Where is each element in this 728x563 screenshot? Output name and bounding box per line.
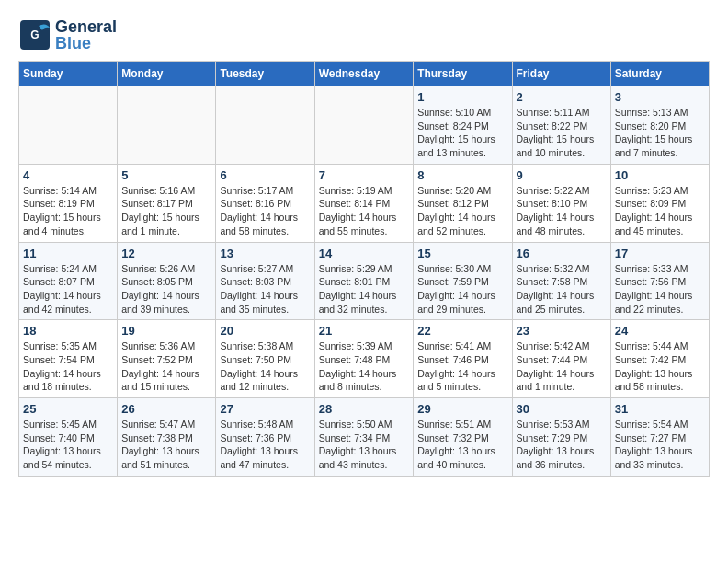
logo: G General Blue bbox=[18, 18, 117, 52]
day-info: Sunrise: 5:51 AM Sunset: 7:32 PM Dayligh… bbox=[417, 418, 507, 472]
calendar-week-2: 4Sunrise: 5:14 AM Sunset: 8:19 PM Daylig… bbox=[19, 164, 710, 242]
day-number: 8 bbox=[417, 168, 507, 182]
calendar-cell: 14Sunrise: 5:29 AM Sunset: 8:01 PM Dayli… bbox=[314, 242, 414, 320]
day-number: 1 bbox=[417, 90, 507, 104]
day-number: 19 bbox=[121, 324, 211, 338]
day-number: 10 bbox=[615, 168, 705, 182]
day-number: 18 bbox=[23, 324, 113, 338]
calendar-cell: 8Sunrise: 5:20 AM Sunset: 8:12 PM Daylig… bbox=[414, 164, 512, 242]
day-number: 4 bbox=[23, 168, 113, 182]
calendar-cell: 7Sunrise: 5:19 AM Sunset: 8:14 PM Daylig… bbox=[314, 164, 414, 242]
day-number: 14 bbox=[319, 247, 410, 260]
calendar-cell: 29Sunrise: 5:51 AM Sunset: 7:32 PM Dayli… bbox=[414, 398, 512, 477]
day-number: 2 bbox=[517, 90, 607, 104]
day-info: Sunrise: 5:24 AM Sunset: 8:07 PM Dayligh… bbox=[23, 262, 113, 316]
day-number: 9 bbox=[517, 168, 607, 182]
day-info: Sunrise: 5:39 AM Sunset: 7:48 PM Dayligh… bbox=[319, 339, 410, 394]
day-info: Sunrise: 5:23 AM Sunset: 8:09 PM Dayligh… bbox=[615, 184, 705, 238]
calendar-cell: 21Sunrise: 5:39 AM Sunset: 7:48 PM Dayli… bbox=[314, 320, 414, 398]
day-info: Sunrise: 5:38 AM Sunset: 7:50 PM Dayligh… bbox=[220, 339, 310, 394]
day-info: Sunrise: 5:36 AM Sunset: 7:52 PM Dayligh… bbox=[121, 339, 211, 394]
calendar-cell: 30Sunrise: 5:53 AM Sunset: 7:29 PM Dayli… bbox=[512, 398, 610, 477]
calendar-header-friday: Friday bbox=[512, 62, 610, 86]
day-number: 12 bbox=[121, 247, 211, 260]
calendar-cell bbox=[19, 86, 118, 165]
day-info: Sunrise: 5:10 AM Sunset: 8:24 PM Dayligh… bbox=[417, 106, 507, 160]
calendar-cell: 11Sunrise: 5:24 AM Sunset: 8:07 PM Dayli… bbox=[19, 242, 118, 320]
day-number: 29 bbox=[417, 402, 507, 416]
day-number: 13 bbox=[220, 247, 310, 260]
day-number: 26 bbox=[121, 402, 211, 416]
day-info: Sunrise: 5:17 AM Sunset: 8:16 PM Dayligh… bbox=[220, 184, 310, 238]
day-info: Sunrise: 5:48 AM Sunset: 7:36 PM Dayligh… bbox=[220, 418, 310, 472]
day-number: 17 bbox=[615, 247, 705, 260]
page-header: G General Blue bbox=[18, 18, 710, 52]
day-number: 27 bbox=[220, 402, 310, 416]
day-number: 5 bbox=[121, 168, 211, 182]
day-info: Sunrise: 5:33 AM Sunset: 7:56 PM Dayligh… bbox=[615, 262, 705, 316]
day-number: 31 bbox=[615, 402, 705, 416]
calendar-cell: 18Sunrise: 5:35 AM Sunset: 7:54 PM Dayli… bbox=[19, 320, 118, 398]
day-info: Sunrise: 5:27 AM Sunset: 8:03 PM Dayligh… bbox=[220, 262, 310, 316]
calendar-cell: 12Sunrise: 5:26 AM Sunset: 8:05 PM Dayli… bbox=[118, 242, 216, 320]
calendar-cell: 1Sunrise: 5:10 AM Sunset: 8:24 PM Daylig… bbox=[414, 86, 512, 165]
calendar-cell: 19Sunrise: 5:36 AM Sunset: 7:52 PM Dayli… bbox=[118, 320, 216, 398]
calendar-week-5: 25Sunrise: 5:45 AM Sunset: 7:40 PM Dayli… bbox=[19, 398, 710, 477]
calendar-cell: 16Sunrise: 5:32 AM Sunset: 7:58 PM Dayli… bbox=[512, 242, 610, 320]
day-info: Sunrise: 5:16 AM Sunset: 8:17 PM Dayligh… bbox=[121, 184, 211, 238]
day-number: 22 bbox=[417, 324, 507, 338]
calendar-table: SundayMondayTuesdayWednesdayThursdayFrid… bbox=[18, 61, 710, 477]
calendar-week-3: 11Sunrise: 5:24 AM Sunset: 8:07 PM Dayli… bbox=[19, 242, 710, 320]
day-info: Sunrise: 5:26 AM Sunset: 8:05 PM Dayligh… bbox=[121, 262, 211, 316]
calendar-week-4: 18Sunrise: 5:35 AM Sunset: 7:54 PM Dayli… bbox=[19, 320, 710, 398]
day-info: Sunrise: 5:35 AM Sunset: 7:54 PM Dayligh… bbox=[23, 339, 113, 394]
calendar-header-wednesday: Wednesday bbox=[314, 62, 414, 86]
day-info: Sunrise: 5:22 AM Sunset: 8:10 PM Dayligh… bbox=[517, 184, 607, 238]
day-number: 7 bbox=[319, 168, 410, 182]
calendar-cell bbox=[314, 86, 414, 165]
calendar-cell: 26Sunrise: 5:47 AM Sunset: 7:38 PM Dayli… bbox=[118, 398, 216, 477]
calendar-header-row: SundayMondayTuesdayWednesdayThursdayFrid… bbox=[19, 62, 710, 86]
calendar-cell: 5Sunrise: 5:16 AM Sunset: 8:17 PM Daylig… bbox=[118, 164, 216, 242]
calendar-header-thursday: Thursday bbox=[414, 62, 512, 86]
calendar-header-tuesday: Tuesday bbox=[216, 62, 314, 86]
calendar-cell: 31Sunrise: 5:54 AM Sunset: 7:27 PM Dayli… bbox=[610, 398, 709, 477]
calendar-cell: 24Sunrise: 5:44 AM Sunset: 7:42 PM Dayli… bbox=[610, 320, 709, 398]
calendar-cell: 28Sunrise: 5:50 AM Sunset: 7:34 PM Dayli… bbox=[314, 398, 414, 477]
calendar-cell: 15Sunrise: 5:30 AM Sunset: 7:59 PM Dayli… bbox=[414, 242, 512, 320]
day-info: Sunrise: 5:20 AM Sunset: 8:12 PM Dayligh… bbox=[417, 184, 507, 238]
day-info: Sunrise: 5:19 AM Sunset: 8:14 PM Dayligh… bbox=[319, 184, 410, 238]
calendar-cell: 13Sunrise: 5:27 AM Sunset: 8:03 PM Dayli… bbox=[216, 242, 314, 320]
day-number: 25 bbox=[23, 402, 113, 416]
day-info: Sunrise: 5:53 AM Sunset: 7:29 PM Dayligh… bbox=[517, 418, 607, 472]
day-info: Sunrise: 5:42 AM Sunset: 7:44 PM Dayligh… bbox=[517, 339, 607, 394]
calendar-cell: 23Sunrise: 5:42 AM Sunset: 7:44 PM Dayli… bbox=[512, 320, 610, 398]
day-number: 24 bbox=[615, 324, 705, 338]
day-info: Sunrise: 5:41 AM Sunset: 7:46 PM Dayligh… bbox=[417, 339, 507, 394]
day-info: Sunrise: 5:54 AM Sunset: 7:27 PM Dayligh… bbox=[615, 418, 705, 472]
day-number: 6 bbox=[220, 168, 310, 182]
calendar-week-1: 1Sunrise: 5:10 AM Sunset: 8:24 PM Daylig… bbox=[19, 86, 710, 165]
calendar-cell: 10Sunrise: 5:23 AM Sunset: 8:09 PM Dayli… bbox=[610, 164, 709, 242]
day-number: 21 bbox=[319, 324, 410, 338]
calendar-cell: 3Sunrise: 5:13 AM Sunset: 8:20 PM Daylig… bbox=[610, 86, 709, 165]
calendar-cell bbox=[118, 86, 216, 165]
calendar-cell: 2Sunrise: 5:11 AM Sunset: 8:22 PM Daylig… bbox=[512, 86, 610, 165]
day-info: Sunrise: 5:14 AM Sunset: 8:19 PM Dayligh… bbox=[23, 184, 113, 238]
day-info: Sunrise: 5:13 AM Sunset: 8:20 PM Dayligh… bbox=[615, 106, 705, 160]
svg-text:G: G bbox=[30, 29, 39, 41]
day-number: 28 bbox=[319, 402, 410, 416]
day-number: 30 bbox=[517, 402, 607, 416]
logo-general-text: General bbox=[55, 18, 117, 35]
day-number: 20 bbox=[220, 324, 310, 338]
calendar-cell: 6Sunrise: 5:17 AM Sunset: 8:16 PM Daylig… bbox=[216, 164, 314, 242]
logo-icon: G bbox=[18, 18, 51, 52]
calendar-cell: 17Sunrise: 5:33 AM Sunset: 7:56 PM Dayli… bbox=[610, 242, 709, 320]
calendar-cell: 25Sunrise: 5:45 AM Sunset: 7:40 PM Dayli… bbox=[19, 398, 118, 477]
logo-blue-text: Blue bbox=[55, 35, 117, 52]
day-info: Sunrise: 5:29 AM Sunset: 8:01 PM Dayligh… bbox=[319, 262, 410, 316]
calendar-cell: 27Sunrise: 5:48 AM Sunset: 7:36 PM Dayli… bbox=[216, 398, 314, 477]
day-info: Sunrise: 5:45 AM Sunset: 7:40 PM Dayligh… bbox=[23, 418, 113, 472]
day-number: 3 bbox=[615, 90, 705, 104]
day-number: 11 bbox=[23, 247, 113, 260]
